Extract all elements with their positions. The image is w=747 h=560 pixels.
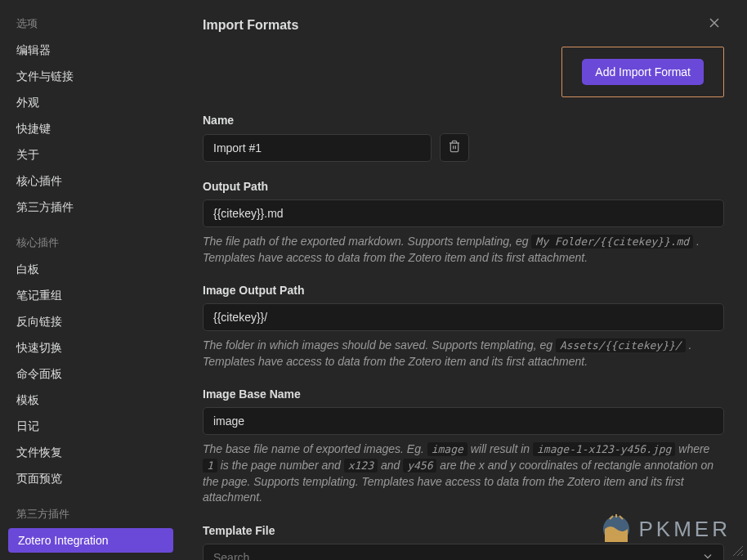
sidebar-item-files-links[interactable]: 文件与链接 <box>0 64 180 90</box>
image-base-name-help: The base file name of exported images. E… <box>203 441 724 505</box>
sidebar-section-community-plugins: 第三方插件 <box>0 500 180 528</box>
close-icon[interactable] <box>705 13 724 37</box>
field-name: Name <box>203 114 724 162</box>
name-label: Name <box>203 114 724 127</box>
sidebar-section-options: 选项 <box>0 10 180 38</box>
sidebar-item-editor[interactable]: 编辑器 <box>0 38 180 64</box>
main-content: New tab Import Formats Add Import Format… <box>180 0 747 560</box>
image-output-path-help: The folder in which images should be sav… <box>203 338 724 370</box>
output-path-help: The file path of the exported markdown. … <box>203 234 724 266</box>
panel-body: Add Import Format Name Output Path <box>180 47 747 560</box>
field-output-path: Output Path The file path of the exporte… <box>203 180 724 266</box>
pkmer-watermark-text: PKMER <box>639 517 731 542</box>
name-input[interactable] <box>203 134 432 162</box>
output-path-label: Output Path <box>203 180 724 193</box>
add-import-format-highlight: Add Import Format <box>561 47 724 97</box>
sidebar-item-appearance[interactable]: 外观 <box>0 90 180 116</box>
field-image-base-name: Image Base Name The base file name of ex… <box>203 388 724 505</box>
pkmer-watermark: PKMER <box>602 514 731 544</box>
sidebar-item-core-plugins-link[interactable]: 核心插件 <box>0 168 180 195</box>
settings-sidebar: 选项 编辑器 文件与链接 外观 快捷键 关于 核心插件 第三方插件 核心插件 白… <box>0 0 180 560</box>
sidebar-item-note-composer[interactable]: 笔记重组 <box>0 283 180 309</box>
image-output-path-label: Image Output Path <box>203 284 724 297</box>
image-base-name-label: Image Base Name <box>203 388 724 401</box>
sidebar-item-command-palette[interactable]: 命令面板 <box>0 361 180 388</box>
panel-title: Import Formats <box>203 18 298 33</box>
sidebar-item-community-plugins-link[interactable]: 第三方插件 <box>0 195 180 221</box>
output-path-input[interactable] <box>203 199 724 227</box>
sidebar-item-hotkeys[interactable]: 快捷键 <box>0 116 180 142</box>
sidebar-item-zotero-integration[interactable]: Zotero Integration <box>8 528 173 553</box>
sidebar-item-daily-notes[interactable]: 日记 <box>0 414 180 440</box>
sidebar-item-backlinks[interactable]: 反向链接 <box>0 309 180 335</box>
trash-icon <box>448 140 461 155</box>
sidebar-item-about[interactable]: 关于 <box>0 142 180 168</box>
sidebar-item-file-recovery[interactable]: 文件恢复 <box>0 440 180 466</box>
image-base-name-input[interactable] <box>203 407 724 435</box>
sidebar-section-core-plugins: 核心插件 <box>0 229 180 257</box>
add-import-format-button[interactable]: Add Import Format <box>582 59 704 85</box>
pkmer-logo-icon <box>602 514 631 544</box>
sidebar-item-templates[interactable]: 模板 <box>0 388 180 414</box>
sidebar-item-quick-switcher[interactable]: 快速切换 <box>0 335 180 361</box>
delete-format-button[interactable] <box>440 133 469 162</box>
sidebar-item-canvas[interactable]: 白板 <box>0 257 180 283</box>
sidebar-item-page-preview[interactable]: 页面预览 <box>0 466 180 492</box>
image-output-path-input[interactable] <box>203 303 724 331</box>
field-image-output-path: Image Output Path The folder in which im… <box>203 284 724 370</box>
panel-header: Import Formats <box>180 0 747 47</box>
import-formats-panel: Import Formats Add Import Format Name <box>180 0 747 560</box>
template-file-search-input[interactable] <box>203 544 724 560</box>
resize-handle-icon[interactable] <box>732 545 744 557</box>
